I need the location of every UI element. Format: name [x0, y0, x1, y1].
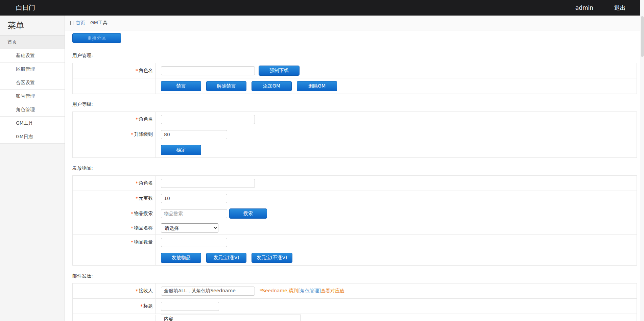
field-cell: 发放物品 发元宝(涨V) 发元宝(不涨V) [156, 253, 637, 263]
label-text: 角色名 [139, 68, 153, 74]
section-title-mail: 邮件发送: [72, 273, 637, 279]
search-button[interactable]: 搜索 [229, 208, 267, 219]
sidebar-title: 菜单 [0, 16, 65, 35]
yuanbao-count-input[interactable] [161, 194, 227, 203]
label-text: 物品搜索 [134, 211, 153, 217]
sidebar-item-merge-settings[interactable]: 合区设置 [0, 76, 65, 90]
table-row: * 接收人 *Seedname,请到[角色管理]查看对应值 [73, 283, 637, 299]
sidebar-item-role-manage[interactable]: 角色管理 [0, 103, 65, 117]
hint-suffix: 查看对应值 [321, 288, 344, 293]
give-role-name-input[interactable] [161, 179, 255, 188]
table-row: * 物品名称 请选择 [73, 221, 637, 235]
empty-label [73, 250, 156, 265]
section-title-user-manage: 用户管理: [72, 53, 637, 59]
required-mark: * [136, 68, 138, 73]
item-search-input[interactable] [161, 209, 227, 218]
field-cell: 请选择 [156, 223, 637, 232]
role-name-label: * 角色名 [73, 63, 156, 78]
table-row: 确定 [73, 142, 637, 157]
field-cell: 搜索 [156, 208, 637, 219]
label-text: 物品数量 [134, 239, 153, 245]
section-title-give-items: 发放物品: [72, 165, 637, 171]
home-icon [70, 21, 73, 25]
item-count-label: * 物品数量 [73, 235, 156, 250]
field-cell [156, 238, 637, 247]
give-yuanbao-novip-button[interactable]: 发元宝(不涨V) [252, 253, 292, 263]
item-search-label: * 物品搜索 [73, 206, 156, 221]
table-row: 发放物品 发元宝(涨V) 发元宝(不涨V) [73, 250, 637, 265]
scrollbar-thumb[interactable] [641, 16, 644, 57]
item-name-select[interactable]: 请选择 [161, 223, 218, 232]
field-cell [156, 194, 637, 203]
sidebar-item-gm-tools[interactable]: GM工具 [0, 117, 65, 130]
table-row: * 标题 [73, 299, 637, 314]
role-manage-link[interactable]: [角色管理] [298, 288, 321, 293]
level-role-name-input[interactable] [161, 115, 255, 124]
confirm-level-button[interactable]: 确定 [161, 145, 201, 155]
switch-zone-button[interactable]: 更换分区 [72, 33, 121, 43]
required-mark: * [131, 240, 133, 245]
force-offline-button[interactable]: 强制下线 [259, 66, 300, 76]
field-cell [156, 179, 637, 188]
label-text: 元宝数 [139, 195, 153, 201]
role-name-input[interactable] [161, 66, 255, 75]
vertical-scrollbar[interactable] [640, 0, 644, 321]
required-mark: * [131, 132, 133, 137]
sidebar-item-basic-settings[interactable]: 基础设置 [0, 49, 65, 63]
mail-table: * 接收人 *Seedname,请到[角色管理]查看对应值 * 标题 [72, 283, 637, 321]
level-value-input[interactable] [161, 130, 227, 139]
breadcrumb-current: GM工具 [90, 20, 108, 26]
yuanbao-label: * 元宝数 [73, 191, 156, 206]
seedname-hint: *Seedname,请到[角色管理]查看对应值 [260, 288, 344, 294]
mail-content-textarea[interactable]: 内容 [161, 315, 301, 321]
mute-button[interactable]: 禁言 [161, 81, 201, 91]
give-yuanbao-vip-button[interactable]: 发元宝(涨V) [206, 253, 246, 263]
hint-prefix: *Seedname,请到 [260, 288, 298, 293]
mail-subject-input[interactable] [161, 302, 219, 311]
role-name-label: * 角色名 [73, 176, 156, 191]
content: 更换分区 用户管理: * 角色名 强制下线 禁言 解除禁言 [65, 30, 640, 321]
current-user-link[interactable]: admin [575, 4, 593, 11]
label-text: 升降级到 [134, 131, 153, 138]
app-title: 白日门 [16, 3, 35, 12]
field-cell [156, 115, 637, 124]
user-level-table: * 角色名 * 升降级到 确定 [72, 112, 637, 158]
required-mark: * [140, 303, 143, 309]
empty-label [73, 142, 156, 157]
required-mark: * [131, 225, 133, 231]
user-manage-button-group: 禁言 解除禁言 添加GM 删除GM [161, 81, 337, 91]
table-row: * 角色名 [73, 176, 637, 191]
receiver-input[interactable] [161, 287, 255, 296]
field-cell [156, 130, 637, 139]
label-text: 标题 [143, 303, 153, 309]
table-row: * 元宝数 [73, 191, 637, 206]
field-cell: *Seedname,请到[角色管理]查看对应值 [156, 287, 637, 296]
table-row: * 物品数量 [73, 235, 637, 250]
empty-label [73, 78, 156, 94]
level-to-label: * 升降级到 [73, 127, 156, 142]
switch-zone-row: 更换分区 [72, 30, 637, 45]
sidebar-item-server-manage[interactable]: 区服管理 [0, 63, 65, 76]
table-row: * 角色名 [73, 112, 637, 127]
table-row: * 角色名 强制下线 [73, 63, 637, 78]
sidebar-item-gm-log[interactable]: GM日志 [0, 130, 65, 144]
breadcrumb-home-link[interactable]: 首页 [76, 20, 85, 26]
remove-gm-button[interactable]: 删除GM [297, 81, 337, 91]
give-item-button[interactable]: 发放物品 [161, 253, 201, 263]
field-cell: 禁言 解除禁言 添加GM 删除GM [156, 81, 637, 91]
table-row: 禁言 解除禁言 添加GM 删除GM [73, 78, 637, 94]
logout-button[interactable]: 退出 [614, 4, 626, 12]
sidebar-item-home[interactable]: 首页 [0, 35, 65, 49]
sidebar-item-account-manage[interactable]: 账号管理 [0, 90, 65, 103]
required-mark: * [136, 196, 138, 201]
required-mark: * [136, 117, 138, 122]
item-count-input[interactable] [161, 238, 227, 247]
unmute-button[interactable]: 解除禁言 [206, 81, 246, 91]
add-gm-button[interactable]: 添加GM [252, 81, 292, 91]
receiver-label: * 接收人 [73, 283, 156, 298]
sidebar: 菜单 首页 基础设置 区服管理 合区设置 账号管理 角色管理 GM工具 GM日志 [0, 16, 65, 321]
subject-label: * 标题 [73, 299, 156, 314]
table-row: * 物品搜索 搜索 [73, 206, 637, 221]
field-cell: 内容 [156, 315, 637, 321]
role-name-label: * 角色名 [73, 112, 156, 127]
